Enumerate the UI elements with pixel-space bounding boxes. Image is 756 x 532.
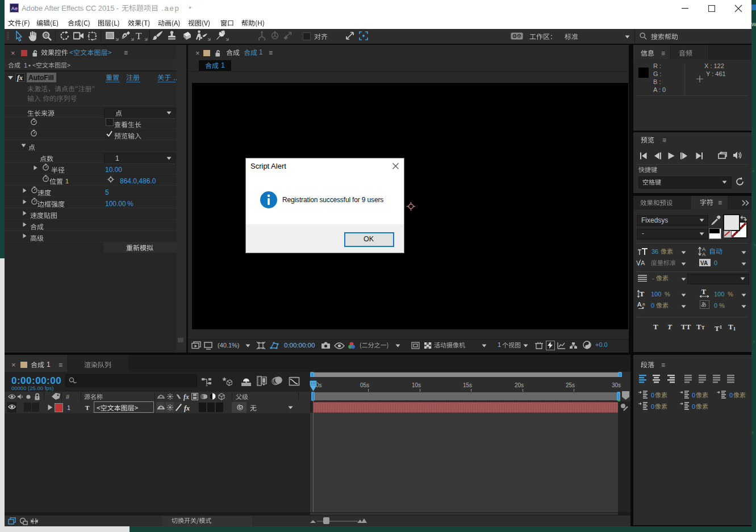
svg-text:A: A bbox=[637, 301, 642, 308]
svg-text:A: A bbox=[641, 259, 645, 266]
svg-text:T: T bbox=[701, 288, 706, 296]
svg-text:A: A bbox=[702, 252, 705, 256]
svg-text:T: T bbox=[640, 290, 644, 298]
svg-text:a: a bbox=[642, 301, 645, 307]
